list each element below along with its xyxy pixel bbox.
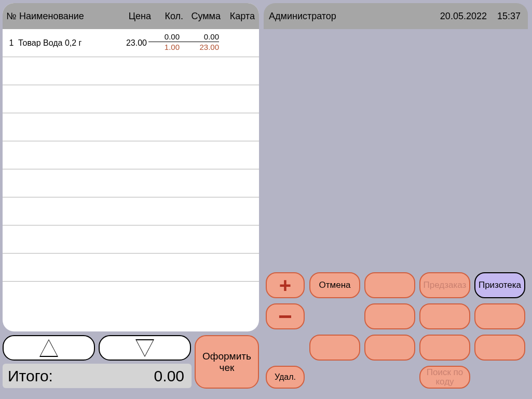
keypad-button-r3c2[interactable]	[309, 335, 360, 361]
row-qty-top: 0.00	[148, 32, 180, 41]
prizoteka-button[interactable]: Призотека	[474, 272, 525, 298]
keypad-button-r2c3[interactable]	[364, 303, 415, 329]
col-header-qty: Кол.	[151, 11, 183, 22]
keypad-button-r2c5[interactable]	[474, 303, 525, 329]
checkout-button[interactable]: Оформить чек	[195, 335, 259, 389]
triangle-up-icon	[39, 339, 58, 357]
order-row-empty	[3, 197, 259, 225]
order-row[interactable]: 1 Товар Вода 0,2 г 23.00 0.00 0.00 1.00 …	[3, 29, 259, 57]
header-time: 15:37	[497, 11, 521, 22]
col-header-sum: Сумма	[183, 11, 221, 22]
order-list-body: 1 Товар Вода 0,2 г 23.00 0.00 0.00 1.00 …	[3, 29, 259, 310]
col-header-price: Цена	[113, 11, 151, 22]
search-label-line1: Поиск по	[427, 368, 463, 377]
row-qty-sum: 0.00 0.00 1.00 23.00	[148, 32, 221, 51]
delete-button[interactable]: Удал.	[266, 366, 305, 389]
keypad-button-r3c3[interactable]	[364, 335, 415, 361]
cancel-button[interactable]: Отмена	[309, 272, 360, 298]
total-label: Итого:	[8, 367, 53, 385]
row-sum-top: 0.00	[180, 32, 219, 41]
row-sum-bottom: 23.00	[180, 43, 219, 51]
order-list-header: № Наименование Цена Кол. Сумма Карта	[3, 3, 259, 29]
order-list-panel: № Наименование Цена Кол. Сумма Карта 1 Т…	[3, 3, 259, 331]
col-header-number: №	[4, 11, 19, 22]
col-header-card: Карта	[221, 11, 258, 22]
order-row-empty	[3, 254, 259, 282]
triangle-down-icon	[135, 339, 154, 357]
order-row-empty	[3, 85, 259, 113]
checkout-label-line1: Оформить	[202, 351, 251, 362]
order-row-empty	[3, 141, 259, 169]
search-label-line2: коду	[427, 377, 463, 387]
order-row-empty	[3, 282, 259, 310]
scroll-down-button[interactable]	[99, 335, 191, 361]
order-row-empty	[3, 225, 259, 254]
keypad-button-r2c4[interactable]	[419, 303, 470, 329]
scroll-up-button[interactable]	[3, 335, 95, 361]
search-by-code-button[interactable]: Поиск по коду	[419, 366, 470, 389]
keypad-button-r3c5[interactable]	[474, 335, 525, 361]
total-bar: Итого: 0.00	[3, 364, 192, 388]
total-value: 0.00	[154, 367, 184, 385]
header-date: 20.05.2022	[440, 11, 487, 22]
row-qty-bottom: 1.00	[148, 43, 180, 51]
user-label: Администратор	[269, 11, 336, 22]
plus-button[interactable]: +	[266, 272, 305, 298]
checkout-label-line2: чек	[220, 362, 235, 374]
keypad-button-r3c4[interactable]	[419, 335, 470, 361]
row-name: Товар Вода 0,2 г	[18, 38, 105, 48]
order-row-empty	[3, 169, 259, 197]
minus-button[interactable]: −	[266, 303, 305, 329]
col-header-name: Наименование	[19, 11, 113, 22]
preorder-button[interactable]: Предзаказ	[419, 272, 470, 298]
right-header: Администратор 20.05.2022 15:37	[264, 3, 528, 29]
row-price: 23.00	[105, 38, 147, 48]
order-row-empty	[3, 113, 259, 141]
order-row-empty	[3, 57, 259, 85]
row-number: 1	[5, 38, 18, 48]
keypad-button-r1c3[interactable]	[364, 272, 415, 298]
